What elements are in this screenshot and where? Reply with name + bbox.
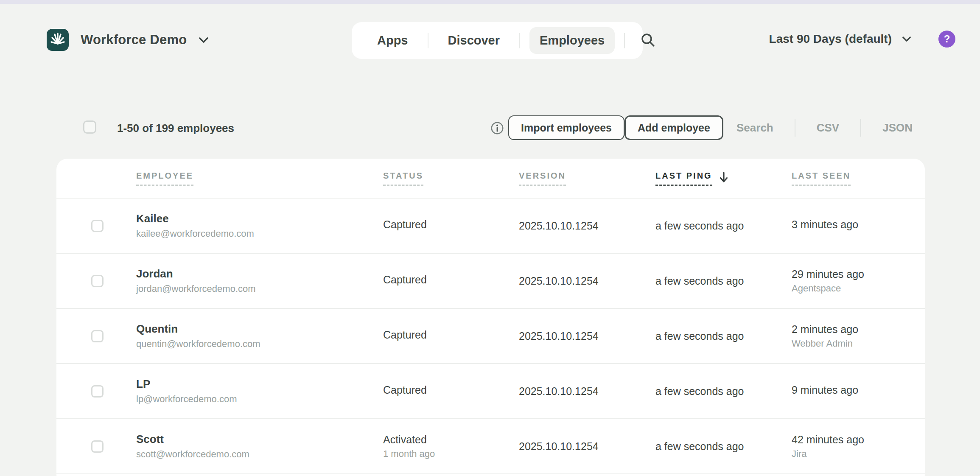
row-checkbox[interactable] bbox=[91, 440, 104, 453]
column-header-version[interactable]: VERSION bbox=[519, 171, 566, 186]
employee-email: scott@workforcedemo.com bbox=[136, 449, 383, 460]
version-value: 2025.10.10.1254 bbox=[519, 220, 655, 232]
last-seen-sub: Jira bbox=[792, 448, 925, 459]
employee-email: jordan@workforcedemo.com bbox=[136, 283, 383, 294]
workspace-name: Workforce Demo bbox=[81, 32, 187, 48]
nav-divider bbox=[624, 33, 625, 48]
version-value: 2025.10.10.1254 bbox=[519, 440, 655, 453]
table-header-row: EMPLOYEE STATUS VERSION LAST PING LAST S… bbox=[56, 159, 925, 199]
help-button[interactable]: ? bbox=[938, 31, 955, 48]
last-ping-value: a few seconds ago bbox=[655, 330, 792, 342]
add-employee-button[interactable]: Add employee bbox=[624, 115, 723, 140]
column-header-employee[interactable]: EMPLOYEE bbox=[136, 171, 193, 186]
chevron-down-icon bbox=[902, 36, 911, 42]
search-link[interactable]: Search bbox=[733, 121, 777, 134]
row-checkbox[interactable] bbox=[91, 385, 104, 398]
last-seen-value: 9 minutes ago bbox=[792, 384, 925, 396]
column-header-last-ping[interactable]: LAST PING bbox=[655, 171, 712, 186]
employee-name: Kailee bbox=[136, 212, 383, 225]
version-value: 2025.10.10.1254 bbox=[519, 275, 655, 287]
table-row[interactable]: Scott scott@workforcedemo.com Activated … bbox=[56, 419, 925, 474]
employee-email: quentin@workforcedemo.com bbox=[136, 339, 383, 350]
table-row[interactable]: Jordan jordan@workforcedemo.com Captured… bbox=[56, 254, 925, 309]
version-value: 2025.10.10.1254 bbox=[519, 330, 655, 342]
export-links: Search CSV JSON bbox=[733, 115, 916, 140]
search-icon bbox=[640, 32, 655, 49]
tab-discover[interactable]: Discover bbox=[438, 27, 510, 54]
workspace-switcher[interactable]: Workforce Demo bbox=[47, 25, 209, 55]
table-row[interactable]: Quentin quentin@workforcedemo.com Captur… bbox=[56, 309, 925, 364]
chevron-down-icon bbox=[199, 37, 209, 43]
last-seen-value: 42 minutes ago bbox=[792, 434, 925, 446]
info-icon[interactable] bbox=[490, 121, 504, 135]
table-row[interactable]: Kailee kailee@workforcedemo.com Captured… bbox=[56, 199, 925, 254]
employee-email: lp@workforcedemo.com bbox=[136, 394, 383, 405]
search-button[interactable] bbox=[634, 28, 661, 53]
employee-name: Quentin bbox=[136, 322, 383, 336]
employee-count: 1-50 of 199 employees bbox=[117, 122, 234, 135]
last-ping-value: a few seconds ago bbox=[655, 385, 792, 398]
date-range-label: Last 90 Days (default) bbox=[769, 32, 892, 46]
status-sub: 1 month ago bbox=[383, 448, 519, 459]
status-value: Captured bbox=[383, 384, 519, 396]
employee-name: Jordan bbox=[136, 267, 383, 280]
top-accent-strip bbox=[0, 0, 980, 4]
status-value: Captured bbox=[383, 274, 519, 286]
row-checkbox[interactable] bbox=[91, 330, 104, 342]
burst-icon bbox=[50, 32, 65, 48]
last-ping-value: a few seconds ago bbox=[655, 275, 792, 287]
select-all-checkbox[interactable] bbox=[83, 120, 96, 134]
last-seen-sub: Webber Admin bbox=[792, 338, 925, 349]
csv-export-link[interactable]: CSV bbox=[813, 121, 843, 134]
workspace-logo bbox=[47, 29, 69, 51]
import-employees-button[interactable]: Import employees bbox=[508, 115, 624, 140]
status-value: Captured bbox=[383, 329, 519, 341]
row-checkbox[interactable] bbox=[91, 220, 104, 232]
nav-divider bbox=[428, 33, 428, 48]
divider bbox=[860, 119, 861, 137]
employee-name: LP bbox=[136, 378, 383, 391]
json-export-link[interactable]: JSON bbox=[879, 121, 916, 134]
last-ping-value: a few seconds ago bbox=[655, 220, 792, 232]
row-checkbox[interactable] bbox=[91, 275, 104, 287]
status-value: Activated bbox=[383, 434, 519, 446]
version-value: 2025.10.10.1254 bbox=[519, 385, 655, 398]
last-ping-value: a few seconds ago bbox=[655, 440, 792, 453]
tab-apps[interactable]: Apps bbox=[367, 27, 418, 54]
last-seen-value: 2 minutes ago bbox=[792, 323, 925, 336]
last-seen-value: 3 minutes ago bbox=[792, 218, 925, 231]
last-seen-value: 29 minutes ago bbox=[792, 268, 925, 280]
employee-name: Scott bbox=[136, 433, 383, 446]
column-header-last-seen[interactable]: LAST SEEN bbox=[792, 171, 851, 186]
sort-desc-arrow-icon[interactable] bbox=[719, 171, 728, 185]
last-seen-sub: Agentspace bbox=[792, 283, 925, 294]
employee-email: kailee@workforcedemo.com bbox=[136, 228, 383, 239]
column-header-status[interactable]: STATUS bbox=[383, 171, 423, 186]
question-mark-icon: ? bbox=[944, 33, 950, 45]
tab-employees[interactable]: Employees bbox=[529, 27, 615, 54]
main-nav: Apps Discover Employees bbox=[352, 22, 643, 59]
date-range-selector[interactable]: Last 90 Days (default) bbox=[769, 32, 911, 46]
divider bbox=[795, 119, 795, 137]
table-row[interactable]: LP lp@workforcedemo.com Captured 2025.10… bbox=[56, 364, 925, 419]
nav-divider bbox=[519, 33, 520, 48]
employees-table-card: EMPLOYEE STATUS VERSION LAST PING LAST S… bbox=[56, 159, 925, 476]
status-value: Captured bbox=[383, 218, 519, 231]
